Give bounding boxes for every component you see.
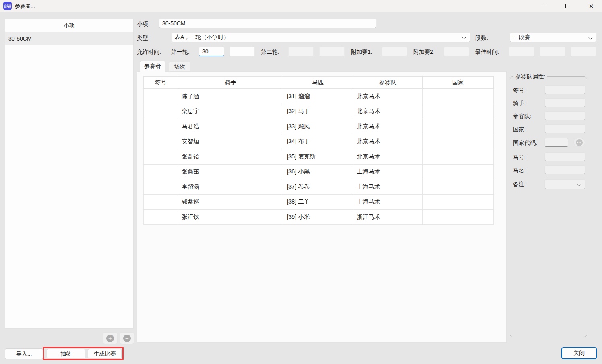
table-row[interactable]: 栾思宇[32] 马丁北京马术 [144, 104, 494, 119]
table-cell-horse[interactable]: [37] 卷卷 [283, 179, 353, 195]
chevron-down-icon [588, 35, 592, 39]
event-name-input[interactable] [159, 19, 377, 28]
table-cell-rider[interactable]: 郭紊巡 [178, 194, 283, 210]
minimize-button[interactable] [534, 0, 554, 12]
best-time3-input[interactable] [571, 47, 596, 56]
prop-country-input[interactable] [544, 124, 585, 133]
event-remove-button[interactable]: − [120, 332, 134, 344]
generate-match-button[interactable]: 生成比赛 [88, 349, 122, 359]
table-cell-team[interactable]: 北京马术 [353, 119, 423, 134]
prop-sign-input[interactable] [544, 85, 585, 94]
round2-time1-input[interactable] [288, 47, 314, 56]
table-cell-country[interactable] [423, 179, 494, 195]
table-cell-rider[interactable]: 李韶涵 [178, 179, 283, 195]
table-cell-country[interactable] [423, 119, 494, 134]
table-cell-horse[interactable]: [39] 小米 [283, 210, 353, 225]
event-add-button[interactable]: + [103, 332, 118, 344]
import-button[interactable]: 导入... [5, 348, 43, 359]
table-column-header[interactable]: 签号 [144, 77, 178, 89]
table-cell-horse[interactable]: [31] 溜溜 [283, 89, 353, 104]
country-code-picker-button[interactable]: ••• [573, 138, 585, 147]
jumpoff2-time-input[interactable] [444, 47, 469, 56]
table-column-header[interactable]: 马匹 [283, 77, 353, 89]
table-column-header[interactable]: 骑手 [178, 77, 283, 89]
table-cell-team[interactable]: 浙江马术 [353, 210, 423, 225]
jumpoff1-time-input[interactable] [382, 47, 407, 56]
table-row[interactable]: 李韶涵[37] 卷卷上海马术 [144, 179, 494, 195]
table-cell-rider[interactable]: 张汇钦 [178, 210, 283, 225]
table-column-header[interactable]: 参赛队 [353, 77, 423, 89]
type-select[interactable]: 表A，一轮（不争时） [171, 33, 470, 42]
table-cell-rider[interactable]: 栾思宇 [178, 104, 283, 119]
table-cell-sign[interactable] [144, 104, 178, 119]
table-cell-country[interactable] [423, 104, 494, 119]
tab-participants[interactable]: 参赛者 [140, 61, 165, 72]
table-row[interactable]: 陈子涵[31] 溜溜北京马术 [144, 89, 494, 104]
table-cell-sign[interactable] [144, 149, 178, 165]
table-cell-team[interactable]: 北京马术 [353, 104, 423, 119]
table-cell-country[interactable] [423, 164, 494, 179]
table-cell-rider[interactable]: 陈子涵 [178, 89, 283, 104]
prop-remark-select[interactable] [544, 179, 585, 189]
table-row[interactable]: 张汇钦[39] 小米浙江马术 [144, 210, 494, 225]
table-cell-country[interactable] [423, 194, 494, 210]
table-cell-country[interactable] [423, 134, 494, 149]
best-time2-input[interactable] [540, 47, 565, 56]
table-cell-country[interactable] [423, 89, 494, 104]
table-cell-sign[interactable] [144, 119, 178, 134]
table-cell-horse[interactable]: [32] 马丁 [283, 104, 353, 119]
table-cell-horse[interactable]: [34] 布丁 [283, 134, 353, 149]
participants-table: 签号骑手马匹参赛队国家 陈子涵[31] 溜溜北京马术栾思宇[32] 马丁北京马术… [143, 76, 494, 225]
table-row[interactable]: 安智烜[34] 布丁北京马术 [144, 134, 494, 149]
table-cell-rider[interactable]: 张裔茁 [178, 164, 283, 179]
table-cell-team[interactable]: 上海马术 [353, 194, 423, 210]
prop-team-input[interactable] [544, 111, 585, 120]
table-cell-team[interactable]: 上海马术 [353, 179, 423, 195]
table-cell-country[interactable] [423, 210, 494, 225]
table-column-header[interactable]: 国家 [423, 77, 494, 89]
round1-time2-input[interactable] [230, 47, 255, 56]
table-cell-horse[interactable]: [38] 二丫 [283, 194, 353, 210]
text-caret [212, 48, 212, 55]
table-cell-sign[interactable] [144, 210, 178, 225]
table-cell-rider[interactable]: 马君浩 [178, 119, 283, 134]
table-cell-team[interactable]: 北京马术 [353, 89, 423, 104]
table-cell-team[interactable]: 北京马术 [353, 149, 423, 165]
table-cell-sign[interactable] [144, 89, 178, 104]
prop-horse-name-input[interactable] [544, 165, 585, 174]
close-window-button[interactable]: ✕ [581, 0, 601, 12]
table-cell-team[interactable]: 北京马术 [353, 134, 423, 149]
table-row[interactable]: 郭紊巡[38] 二丫上海马术 [144, 194, 494, 210]
table-cell-sign[interactable] [144, 194, 178, 210]
tab-sessions[interactable]: 场次 [169, 62, 190, 72]
prop-country-code-input[interactable] [544, 138, 568, 147]
best-time1-input[interactable] [509, 47, 534, 56]
table-cell-rider[interactable]: 张益铪 [178, 149, 283, 165]
round2-time2-input[interactable] [319, 47, 345, 56]
table-cell-sign[interactable] [144, 134, 178, 149]
prop-horse-name-label: 马名: [513, 167, 526, 174]
prop-horse-no-label: 马号: [513, 154, 526, 161]
prop-rider-input[interactable] [544, 98, 585, 107]
event-list: 小项 30-50CM [5, 19, 134, 329]
table-cell-country[interactable] [423, 149, 494, 165]
table-cell-horse[interactable]: [36] 小黑 [283, 164, 353, 179]
sidebar-list-items: 30-50CM [5, 32, 133, 45]
draw-lots-button[interactable]: 抽签 [47, 349, 85, 359]
sidebar-item[interactable]: 30-50CM [5, 32, 133, 45]
table-cell-horse[interactable]: [33] 飓风 [283, 119, 353, 134]
table-cell-rider[interactable]: 安智烜 [178, 134, 283, 149]
table-row[interactable]: 张裔茁[36] 小黑上海马术 [144, 164, 494, 179]
table-cell-sign[interactable] [144, 164, 178, 179]
table-cell-horse[interactable]: [35] 麦克斯 [283, 149, 353, 165]
close-button[interactable]: 关闭 [561, 347, 597, 359]
participants-panel: 签号骑手马匹参赛队国家 陈子涵[31] 溜溜北京马术栾思宇[32] 马丁北京马术… [137, 71, 507, 343]
stage-select[interactable]: 一段赛 [510, 33, 597, 42]
table-row[interactable]: 马君浩[33] 飓风北京马术 [144, 119, 494, 134]
table-cell-team[interactable]: 上海马术 [353, 164, 423, 179]
table-row[interactable]: 张益铪[35] 麦克斯北京马术 [144, 149, 494, 165]
prop-horse-no-input[interactable] [544, 152, 585, 161]
table-cell-sign[interactable] [144, 179, 178, 195]
round1-label: 第一轮: [171, 49, 190, 56]
maximize-button[interactable] [558, 0, 578, 12]
